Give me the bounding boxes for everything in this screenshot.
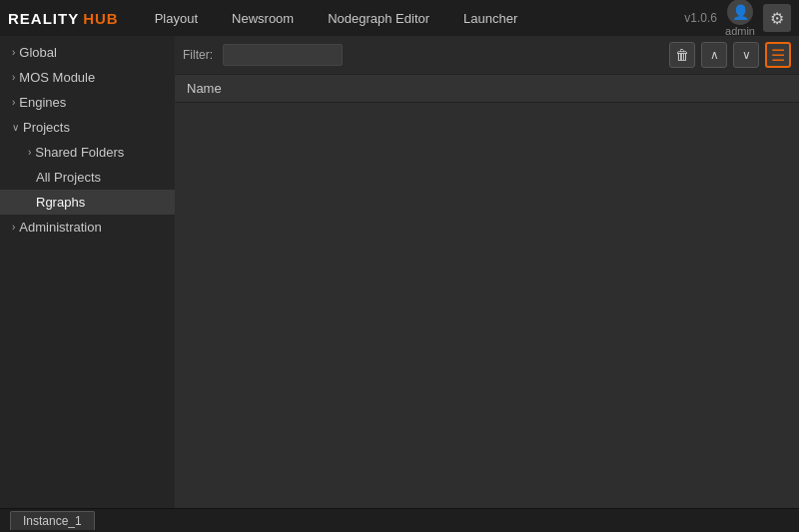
nav-launcher[interactable]: Launcher [447,7,533,30]
nav-playout[interactable]: Playout [139,7,214,30]
filter-input[interactable] [223,44,343,66]
nav-newsroom[interactable]: Newsroom [216,7,310,30]
list-view-button[interactable]: ☰ [765,42,791,68]
sidebar-item-administration[interactable]: › Administration [0,215,175,240]
nav-items: Playout Newsroom Nodegraph Editor Launch… [139,7,685,30]
filter-label: Filter: [183,48,213,62]
nav-nodegraph-editor[interactable]: Nodegraph Editor [312,7,445,30]
move-down-button[interactable]: ∨ [733,42,759,68]
sidebar-item-mos-module[interactable]: › MOS Module [0,65,175,90]
chevron-icon: › [12,72,15,83]
delete-button[interactable]: 🗑 [669,42,695,68]
chevron-icon: › [12,47,15,58]
main-area: › Global › MOS Module › Engines ∨ Projec… [0,36,799,508]
chevron-icon: › [12,222,15,233]
version-label: v1.0.6 [684,11,717,25]
user-area[interactable]: 👤 admin [725,0,755,37]
sidebar-item-label: Shared Folders [35,145,124,160]
sidebar-item-engines[interactable]: › Engines [0,90,175,115]
sidebar-item-label: MOS Module [19,70,95,85]
table-body[interactable] [175,103,799,508]
column-name-header: Name [187,81,222,96]
logo-hub: HUB [83,10,119,27]
toolbar: Filter: 🗑 ∧ ∨ ☰ [175,36,799,75]
user-avatar-icon: 👤 [727,0,753,25]
chevron-icon: › [12,97,15,108]
top-nav: REALITY HUB Playout Newsroom Nodegraph E… [0,0,799,36]
sidebar-item-all-projects[interactable]: All Projects [0,165,175,190]
bottom-bar: Instance_1 [0,508,799,532]
chevron-icon: ∨ [12,122,19,133]
logo-reality: REALITY [8,10,79,27]
sidebar-item-label: Global [19,45,57,60]
sidebar-item-label: Administration [19,220,101,235]
content-area: Filter: 🗑 ∧ ∨ ☰ Name [175,36,799,508]
sidebar-item-shared-folders[interactable]: › Shared Folders [0,140,175,165]
sidebar-item-rgraphs[interactable]: Rgraphs [0,190,175,215]
sidebar-item-label: Rgraphs [36,195,85,210]
settings-icon[interactable]: ⚙ [763,4,791,32]
table-header: Name [175,75,799,103]
sidebar-item-label: Engines [19,95,66,110]
app-logo: REALITY HUB [8,10,119,27]
sidebar-item-global[interactable]: › Global [0,40,175,65]
sidebar-item-label: Projects [23,120,70,135]
sidebar-item-label: All Projects [36,170,101,185]
sidebar-item-projects[interactable]: ∨ Projects [0,115,175,140]
sidebar: › Global › MOS Module › Engines ∨ Projec… [0,36,175,508]
instance-tab[interactable]: Instance_1 [10,511,95,530]
chevron-icon: › [28,147,31,158]
nav-right: v1.0.6 👤 admin ⚙ [684,0,791,37]
move-up-button[interactable]: ∧ [701,42,727,68]
